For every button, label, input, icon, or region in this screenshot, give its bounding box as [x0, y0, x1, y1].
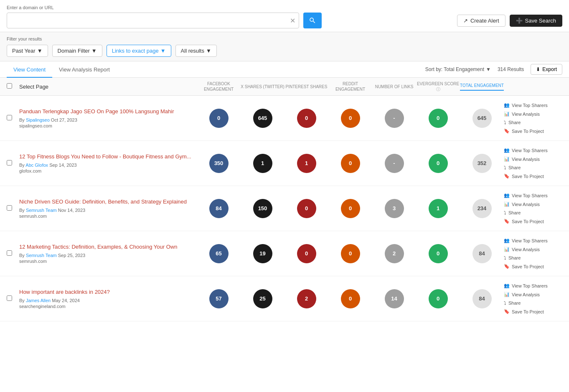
chart-icon: 📊	[504, 292, 510, 297]
tabs-row: View Content View Analysis Report Sort b…	[0, 61, 569, 78]
circle-evergreen: 0	[429, 109, 448, 128]
result-domain: sipalingseo.com	[19, 123, 193, 128]
links-exact-filter[interactable]: Links to exact page ▼	[107, 45, 171, 57]
circle-facebook: 84	[209, 199, 229, 218]
author-link[interactable]: Semrush Team	[26, 208, 57, 213]
view-top-sharers-button[interactable]: 👥 View Top Sharers	[504, 282, 562, 289]
row-checkbox-wrap	[7, 250, 19, 257]
circle-num_links: 2	[385, 244, 404, 263]
metric-total: 84	[460, 289, 504, 308]
bookmark-icon: 🔖	[504, 219, 510, 224]
save-to-project-button[interactable]: 🔖 Save To Project	[504, 263, 562, 270]
tab-view-content[interactable]: View Content	[7, 61, 52, 78]
metric-reddit: 0	[328, 199, 372, 218]
bookmark-icon: 🔖	[504, 173, 510, 179]
save-search-button[interactable]: ➕ Save Search	[510, 15, 562, 27]
save-to-project-button[interactable]: 🔖 Save To Project	[504, 127, 562, 135]
view-analysis-button[interactable]: 📊 View Analysis	[504, 155, 562, 163]
result-title[interactable]: 12 Marketing Tactics: Definition, Exampl…	[19, 243, 193, 251]
metric-reddit: 0	[328, 154, 372, 173]
metric-pinterest: 1	[284, 154, 328, 173]
circle-x_shares: 25	[253, 289, 272, 308]
table-header: Select Page FACEBOOK ENGAGEMENT X SHARES…	[0, 78, 569, 96]
search-input[interactable]: https://backlinko.com/search-engine-rank…	[10, 18, 290, 24]
row-checkbox[interactable]	[7, 115, 12, 120]
tab-view-analysis[interactable]: View Analysis Report	[52, 61, 117, 78]
save-icon: ➕	[516, 18, 523, 24]
share-button[interactable]: ⤵ Share	[504, 255, 562, 261]
view-analysis-button[interactable]: 📊 View Analysis	[504, 110, 562, 117]
search-button[interactable]	[303, 13, 322, 28]
author-link[interactable]: Semrush Team	[26, 253, 57, 258]
bookmark-icon: 🔖	[504, 128, 510, 134]
alert-icon: ↗	[463, 18, 468, 24]
search-icon	[309, 17, 316, 24]
metric-reddit: 0	[328, 244, 372, 263]
author-link[interactable]: Abc Glofox	[25, 163, 48, 168]
circle-reddit: 0	[341, 244, 360, 263]
result-meta: By Semrush Team Sep 25, 2023	[19, 253, 193, 258]
select-all-checkbox[interactable]	[7, 83, 12, 89]
share-button[interactable]: ⤵ Share	[504, 164, 562, 171]
metric-pinterest: 0	[284, 199, 328, 218]
view-top-sharers-button[interactable]: 👥 View Top Sharers	[504, 147, 562, 154]
view-top-sharers-button[interactable]: 👥 View Top Sharers	[504, 237, 562, 244]
result-meta: By Semrush Team Nov 14, 2023	[19, 208, 193, 213]
export-button[interactable]: ⬇ Export	[531, 64, 562, 75]
create-alert-button[interactable]: ↗ Create Alert	[457, 15, 505, 27]
sort-dropdown[interactable]: Sort by: Total Engagement ▼	[425, 66, 491, 72]
metric-reddit: 0	[328, 289, 372, 308]
result-content: Panduan Terlengkap Jago SEO On Page 100%…	[19, 108, 197, 128]
filter-label: Filter your results	[7, 36, 562, 41]
save-to-project-button[interactable]: 🔖 Save To Project	[504, 218, 562, 225]
top-bar: Enter a domain or URL https://backlinko.…	[0, 0, 569, 32]
download-icon: ⬇	[536, 66, 540, 72]
circle-num_links: 3	[385, 199, 404, 218]
metric-facebook: 57	[197, 289, 241, 308]
select-page-label[interactable]: Select Page	[19, 84, 197, 90]
author-link[interactable]: Sipalingseo	[26, 117, 50, 122]
filter-bar: Filter your results Past Year ▼ Domain F…	[0, 32, 569, 61]
tab-right-actions: Sort by: Total Engagement ▼ 314 Results …	[425, 64, 562, 75]
metric-total: 645	[460, 109, 504, 128]
result-title[interactable]: Panduan Terlengkap Jago SEO On Page 100%…	[19, 108, 193, 115]
row-checkbox-wrap	[7, 115, 19, 122]
filters-row: Past Year ▼ Domain Filter ▼ Links to exa…	[7, 45, 562, 57]
past-year-filter[interactable]: Past Year ▼	[7, 45, 48, 57]
save-to-project-button[interactable]: 🔖 Save To Project	[504, 308, 562, 315]
row-checkbox[interactable]	[7, 250, 12, 256]
view-analysis-button[interactable]: 📊 View Analysis	[504, 291, 562, 298]
save-to-project-button[interactable]: 🔖 Save To Project	[504, 173, 562, 180]
metric-evergreen: 0	[416, 289, 460, 308]
metric-evergreen: 1	[416, 199, 460, 218]
domain-filter[interactable]: Domain Filter ▼	[52, 45, 102, 57]
chart-icon: 📊	[504, 111, 510, 117]
share-button[interactable]: ⤵ Share	[504, 119, 562, 126]
share-button[interactable]: ⤵ Share	[504, 300, 562, 306]
share-icon: ⤵	[504, 255, 506, 260]
col-reddit: REDDIT ENGAGEMENT	[328, 81, 372, 92]
users-icon: 👥	[504, 102, 510, 108]
row-checkbox[interactable]	[7, 205, 12, 211]
author-link[interactable]: James Allen	[26, 298, 51, 303]
users-icon: 👥	[504, 193, 510, 198]
clear-button[interactable]: ✕	[290, 17, 295, 25]
domain-label: Enter a domain or URL	[7, 5, 562, 10]
all-results-filter[interactable]: All results ▼	[175, 45, 217, 57]
result-title[interactable]: 12 Top Fitness Blogs You Need to Follow …	[19, 153, 193, 160]
row-checkbox[interactable]	[7, 160, 12, 165]
view-analysis-button[interactable]: 📊 View Analysis	[504, 201, 562, 208]
row-actions: 👥 View Top Sharers 📊 View Analysis ⤵ Sha…	[504, 147, 562, 180]
view-analysis-button[interactable]: 📊 View Analysis	[504, 246, 562, 253]
circle-x_shares: 1	[253, 154, 272, 173]
row-checkbox[interactable]	[7, 295, 12, 301]
view-top-sharers-button[interactable]: 👥 View Top Sharers	[504, 192, 562, 199]
info-icon[interactable]: ⓘ	[436, 87, 440, 92]
metric-x_shares: 645	[241, 109, 284, 128]
result-title[interactable]: How important are backlinks in 2024?	[19, 288, 193, 296]
metric-num_links: 2	[372, 244, 416, 263]
share-button[interactable]: ⤵ Share	[504, 209, 562, 216]
view-top-sharers-button[interactable]: 👥 View Top Sharers	[504, 102, 562, 109]
table-row: 12 Top Fitness Blogs You Need to Follow …	[0, 141, 569, 186]
result-title[interactable]: Niche Driven SEO Guide: Definition, Bene…	[19, 198, 193, 206]
